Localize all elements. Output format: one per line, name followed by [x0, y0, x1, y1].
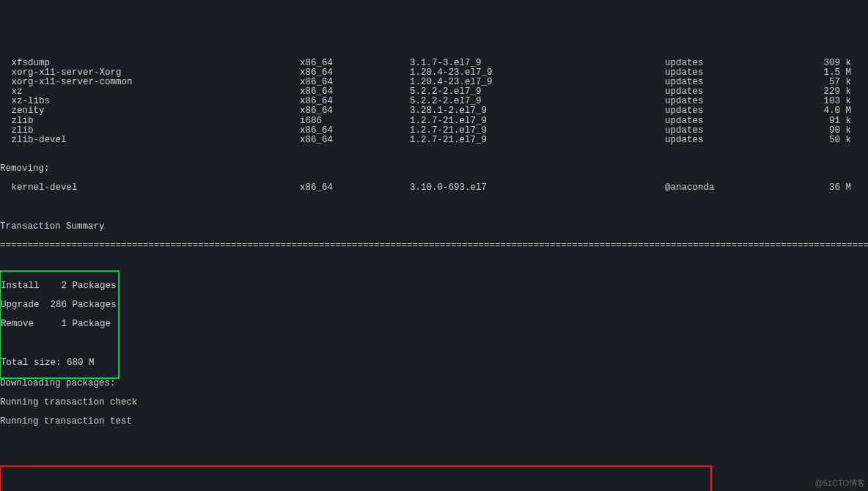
blank-line [0, 203, 868, 213]
summary-highlight-box: Install 2 Packages Upgrade 286 Packages … [0, 270, 119, 379]
removing-header: Removing: [0, 164, 868, 174]
transaction-summary-title: Transaction Summary [0, 222, 868, 232]
package-row: zenityx86_643.28.1-2.el7_9updates4.0 M [0, 106, 868, 116]
package-row: zlibx86_641.2.7-21.el7_9updates90 k [0, 126, 868, 136]
blank-line [1, 478, 490, 487]
summary-remove: Remove 1 Package [1, 320, 117, 329]
package-row: xfsdumpx86_643.1.7-3.el7_9updates309 k [0, 59, 868, 68]
terminal[interactable]: xfsdumpx86_643.1.7-3.el7_9updates309 k x… [0, 39, 868, 492]
running-transaction-check: Running transaction check [0, 398, 868, 407]
summary-install: Install 2 Packages [1, 281, 117, 291]
watermark: @51CTO博客 [815, 479, 865, 488]
running-transaction-test: Running transaction test [0, 417, 868, 427]
summary-total-size: Total size: 680 M [1, 358, 117, 368]
separator-line: ========================================… [0, 241, 868, 251]
package-update-list: xfsdumpx86_643.1.7-3.el7_9updates309 k x… [0, 59, 868, 145]
package-row: zlib-develx86_641.2.7-21.el7_9updates50 … [0, 136, 868, 145]
removing-row: kernel-develx86_643.10.0-693.el7@anacond… [0, 183, 868, 193]
summary-upgrade: Upgrade 286 Packages [1, 300, 117, 310]
downloading-packages: Downloading packages: [0, 379, 868, 388]
package-row: zlibi6861.2.7-21.el7_9updates91 k [0, 117, 868, 126]
blank-line [1, 339, 117, 348]
blank-line [0, 437, 868, 446]
error-highlight-box: Transaction check error: installing pack… [0, 465, 712, 491]
